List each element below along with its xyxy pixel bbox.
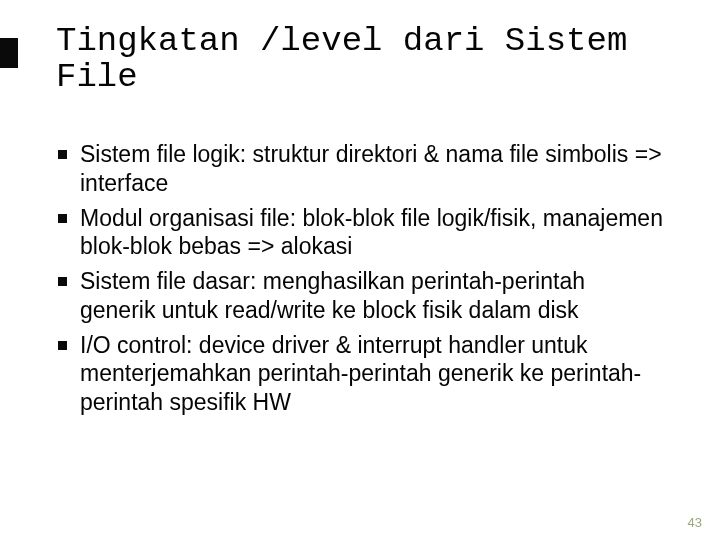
slide-content: Sistem file logik: struktur direktori & … <box>56 140 666 423</box>
list-item: Sistem file dasar: menghasilkan perintah… <box>56 267 666 325</box>
slide-title: Tingkatan /level dari Sistem File <box>56 24 656 95</box>
bullet-list: Sistem file logik: struktur direktori & … <box>56 140 666 417</box>
list-item: Modul organisasi file: blok-blok file lo… <box>56 204 666 262</box>
slide: Tingkatan /level dari Sistem File Sistem… <box>0 0 720 540</box>
list-item: I/O control: device driver & interrupt h… <box>56 331 666 417</box>
accent-bar <box>0 38 18 68</box>
page-number: 43 <box>688 515 702 530</box>
list-item: Sistem file logik: struktur direktori & … <box>56 140 666 198</box>
